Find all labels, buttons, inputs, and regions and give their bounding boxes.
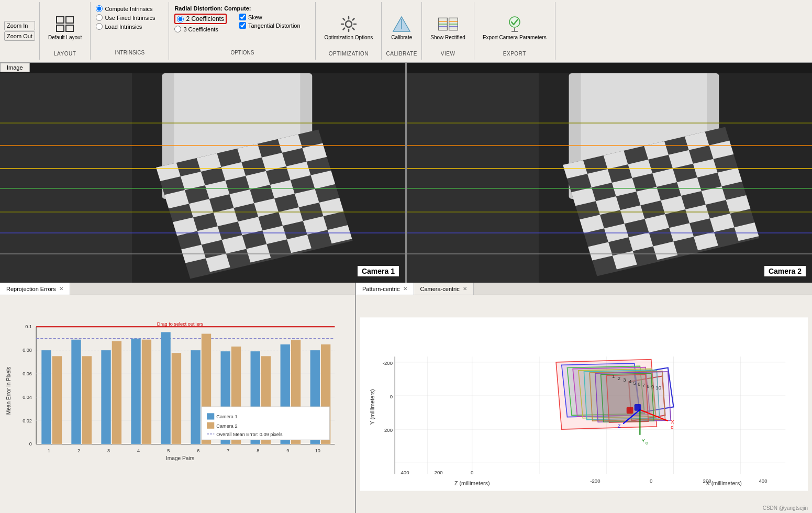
bar-cam1-4 bbox=[131, 339, 140, 444]
main-area: Image bbox=[0, 63, 812, 513]
load-intrinsics-radio[interactable] bbox=[96, 23, 103, 30]
compute-intrinsics-row: Compute Intrinsics bbox=[96, 5, 163, 12]
export-section-label: EXPORT bbox=[503, 51, 526, 58]
calibrate-label: Calibrate bbox=[391, 35, 412, 41]
camera1-image bbox=[0, 73, 405, 283]
image-panel: Image bbox=[0, 63, 812, 283]
bar-cam2-4 bbox=[142, 340, 151, 444]
export-icon bbox=[504, 15, 525, 34]
svg-text:4: 4 bbox=[629, 378, 632, 384]
optimization-options-label: Optimization Options bbox=[324, 35, 373, 41]
svg-text:200: 200 bbox=[703, 478, 711, 484]
svg-text:2: 2 bbox=[77, 448, 80, 453]
optimization-section: Optimization Options OPTIMIZATION bbox=[316, 2, 382, 60]
three-coefficients-radio[interactable] bbox=[174, 26, 181, 32]
svg-text:200: 200 bbox=[384, 427, 393, 433]
default-layout-button[interactable]: Default Layout bbox=[44, 13, 86, 43]
layout-section-label: LAYOUT bbox=[54, 51, 76, 58]
export-section: Export Camera Parameters EXPORT bbox=[474, 2, 555, 60]
svg-text:Camera 2: Camera 2 bbox=[216, 423, 237, 429]
svg-text:Z (millimeters): Z (millimeters) bbox=[454, 480, 490, 486]
svg-text:-200: -200 bbox=[383, 360, 393, 366]
export-camera-button[interactable]: Export Camera Parameters bbox=[479, 13, 551, 43]
svg-text:3: 3 bbox=[623, 377, 626, 383]
svg-text:2: 2 bbox=[618, 375, 620, 381]
intrinsics-section-label: INTRINSICS bbox=[96, 50, 163, 57]
radial-distortion-label: Radial Distortion: Compute: bbox=[174, 5, 310, 12]
svg-rect-142 bbox=[207, 422, 214, 429]
skew-checkbox[interactable] bbox=[239, 14, 246, 20]
svg-text:8: 8 bbox=[257, 448, 259, 453]
pattern-centric-tab[interactable]: Pattern-centric ✕ bbox=[356, 283, 414, 295]
svg-text:8: 8 bbox=[647, 383, 649, 389]
pattern-centric-close[interactable]: ✕ bbox=[403, 286, 407, 292]
svg-text:5: 5 bbox=[633, 380, 636, 386]
pattern-panel-header: Pattern-centric ✕ Camera-centric ✕ bbox=[356, 283, 812, 295]
two-coefficients-radio[interactable] bbox=[177, 16, 184, 23]
zoom-in-button[interactable]: Zoom In bbox=[4, 21, 35, 30]
svg-rect-3 bbox=[66, 25, 73, 31]
bar-cam1-5 bbox=[161, 332, 170, 444]
svg-text:c: c bbox=[646, 440, 648, 445]
three-coefficients-label: 3 Coefficients bbox=[183, 26, 218, 32]
svg-text:7: 7 bbox=[227, 448, 229, 453]
gear-icon bbox=[338, 15, 359, 34]
svg-text:-200: -200 bbox=[590, 478, 600, 484]
intrinsics-section: Compute Intrinsics Use Fixed Intrinsics … bbox=[91, 2, 169, 60]
svg-text:400: 400 bbox=[401, 470, 409, 475]
camera-centric-close[interactable]: ✕ bbox=[463, 286, 467, 292]
svg-text:Camera 1: Camera 1 bbox=[216, 414, 237, 419]
layout-section: Default Layout LAYOUT bbox=[40, 2, 91, 60]
svg-text:10: 10 bbox=[315, 448, 320, 453]
two-coefficients-row: 2 Coefficients bbox=[174, 14, 227, 24]
svg-text:9: 9 bbox=[651, 384, 654, 389]
calibrate-icon bbox=[391, 15, 412, 34]
svg-text:0.08: 0.08 bbox=[23, 348, 32, 353]
camera-centric-tab[interactable]: Camera-centric ✕ bbox=[414, 283, 474, 295]
reprojection-chart[interactable]: Mean Error in Pixels 0.1 0.08 bbox=[4, 299, 351, 509]
show-rectified-button[interactable]: Show Rectified bbox=[426, 13, 470, 43]
zoom-section: Zoom In Zoom Out bbox=[0, 2, 40, 60]
svg-text:Y: Y bbox=[642, 438, 646, 443]
svg-text:9: 9 bbox=[286, 448, 289, 453]
svg-text:X: X bbox=[671, 419, 674, 425]
chart-container: Mean Error in Pixels 0.1 0.08 bbox=[4, 299, 351, 509]
zoom-out-button[interactable]: Zoom Out bbox=[4, 31, 35, 41]
compute-intrinsics-radio[interactable] bbox=[96, 5, 103, 12]
optimization-options-button[interactable]: Optimization Options bbox=[320, 13, 377, 43]
tangential-distortion-label: Tangential Distortion bbox=[248, 23, 301, 29]
svg-point-4 bbox=[346, 21, 352, 27]
show-rectified-label: Show Rectified bbox=[430, 35, 465, 41]
bar-cam1-3 bbox=[101, 350, 110, 444]
svg-text:3: 3 bbox=[107, 448, 110, 453]
distortion-col: Skew Tangential Distortion bbox=[239, 14, 301, 32]
svg-text:10: 10 bbox=[655, 385, 661, 391]
bar-cam1-6 bbox=[191, 350, 200, 444]
svg-rect-20 bbox=[0, 73, 132, 283]
tangential-distortion-checkbox[interactable] bbox=[239, 22, 246, 29]
svg-text:6: 6 bbox=[638, 381, 640, 387]
camera1-view: Camera 1 bbox=[0, 73, 405, 283]
reprojection-tab[interactable]: Reprojection Errors ✕ bbox=[0, 283, 70, 295]
image-tab[interactable]: Image bbox=[0, 63, 30, 72]
bar-cam1-1 bbox=[41, 350, 51, 444]
svg-text:4: 4 bbox=[137, 448, 140, 453]
pattern-panel-content: Y (millimeters) -200 0 200 Z (millimeter… bbox=[356, 295, 812, 513]
use-fixed-intrinsics-row: Use Fixed Intrinsics bbox=[96, 14, 163, 21]
use-fixed-intrinsics-radio[interactable] bbox=[96, 14, 103, 21]
svg-text:1: 1 bbox=[48, 448, 50, 453]
pattern-centric-label: Pattern-centric bbox=[362, 286, 400, 292]
svg-text:Overall Mean Error: 0.09 pixel: Overall Mean Error: 0.09 pixels bbox=[216, 432, 283, 437]
calibrate-button[interactable]: Calibrate bbox=[386, 13, 417, 43]
reprojection-close-button[interactable]: ✕ bbox=[59, 286, 63, 292]
options-section-label: OPTIONS bbox=[174, 50, 310, 57]
load-intrinsics-row: Load Intrinsics bbox=[96, 23, 163, 30]
svg-text:6: 6 bbox=[197, 448, 199, 453]
bar-cam2-3 bbox=[112, 341, 121, 444]
camera-centric-label: Camera-centric bbox=[420, 286, 460, 292]
toolbar: Zoom In Zoom Out Default Layout LAYOUT bbox=[0, 0, 812, 63]
svg-text:X (millimeters): X (millimeters) bbox=[706, 480, 742, 486]
svg-text:200: 200 bbox=[435, 470, 443, 475]
svg-text:0: 0 bbox=[390, 394, 393, 399]
svg-text:0: 0 bbox=[29, 441, 32, 447]
